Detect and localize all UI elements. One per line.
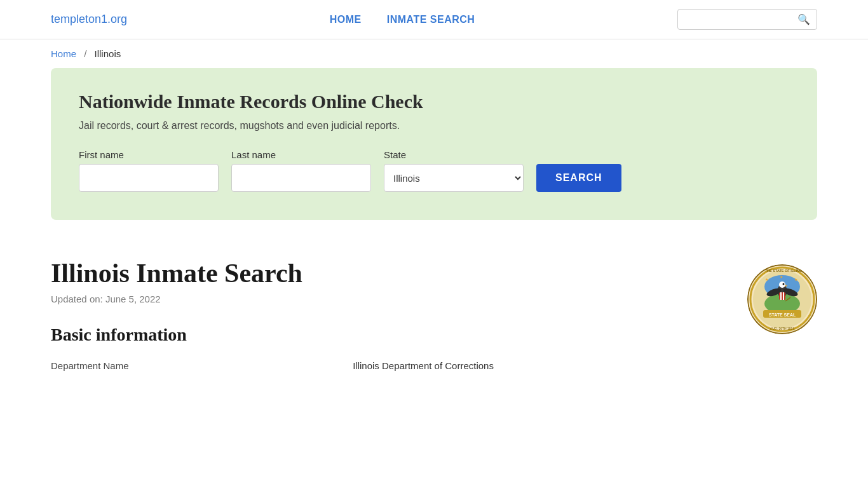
nav-search-bar: 🔍 bbox=[677, 9, 817, 30]
table-cell-label: Department Name bbox=[51, 355, 353, 376]
info-table: Department Name Illinois Department of C… bbox=[51, 355, 722, 376]
breadcrumb-current: Illinois bbox=[95, 48, 121, 59]
breadcrumb: Home / Illinois bbox=[0, 39, 868, 68]
svg-point-6 bbox=[779, 281, 785, 288]
first-name-label: First name bbox=[79, 149, 219, 160]
svg-point-7 bbox=[783, 283, 785, 285]
svg-text:★: ★ bbox=[765, 278, 768, 281]
first-name-group: First name bbox=[79, 149, 219, 192]
seal-svg: ★ ★ ★ STATE SEAL OF THE STATE OF ILLINOI… bbox=[747, 264, 817, 334]
state-seal: ★ ★ ★ STATE SEAL OF THE STATE OF ILLINOI… bbox=[747, 264, 817, 334]
content-text: Illinois Inmate Search Updated on: June … bbox=[51, 258, 722, 376]
last-name-label: Last name bbox=[231, 149, 371, 160]
search-card-subtitle: Jail records, court & arrest records, mu… bbox=[79, 120, 789, 132]
svg-rect-11 bbox=[779, 292, 785, 300]
brand-link[interactable]: templeton1.org bbox=[51, 13, 127, 26]
table-cell-value: Illinois Department of Corrections bbox=[353, 355, 722, 376]
nav-inmate-search[interactable]: INMATE SEARCH bbox=[387, 14, 475, 25]
nav-search-input[interactable] bbox=[684, 15, 797, 25]
breadcrumb-separator: / bbox=[84, 48, 86, 59]
svg-text:★: ★ bbox=[780, 275, 783, 279]
search-icon: 🔍 bbox=[797, 13, 810, 25]
breadcrumb-home[interactable]: Home bbox=[51, 48, 76, 59]
svg-text:AUG. 26TH 1818: AUG. 26TH 1818 bbox=[770, 327, 795, 330]
search-form: First name Last name State Illinois Alab… bbox=[79, 149, 789, 192]
last-name-group: Last name bbox=[231, 149, 371, 192]
svg-rect-13 bbox=[783, 292, 784, 300]
table-row: Department Name Illinois Department of C… bbox=[51, 355, 722, 376]
svg-rect-12 bbox=[780, 292, 782, 300]
state-group: State Illinois Alabama Alaska Arizona Ar… bbox=[384, 149, 524, 192]
first-name-input[interactable] bbox=[79, 164, 219, 192]
state-select[interactable]: Illinois Alabama Alaska Arizona Arkansas… bbox=[384, 164, 524, 192]
page-title: Illinois Inmate Search bbox=[51, 258, 722, 288]
updated-date: Updated on: June 5, 2022 bbox=[51, 294, 722, 304]
nav-links: HOME INMATE SEARCH bbox=[330, 14, 475, 25]
state-label: State bbox=[384, 149, 524, 160]
search-card: Nationwide Inmate Records Online Check J… bbox=[51, 68, 817, 220]
nav-home[interactable]: HOME bbox=[330, 14, 362, 25]
section-title: Basic information bbox=[51, 325, 722, 345]
last-name-input[interactable] bbox=[231, 164, 371, 192]
svg-text:★: ★ bbox=[794, 278, 797, 281]
search-button[interactable]: SEARCH bbox=[536, 164, 621, 192]
search-card-title: Nationwide Inmate Records Online Check bbox=[79, 91, 789, 112]
svg-text:OF THE STATE OF ILLINOIS: OF THE STATE OF ILLINOIS bbox=[759, 269, 806, 273]
navbar: templeton1.org HOME INMATE SEARCH 🔍 bbox=[0, 0, 868, 39]
main-content: Illinois Inmate Search Updated on: June … bbox=[0, 245, 868, 389]
svg-text:STATE SEAL: STATE SEAL bbox=[769, 313, 796, 317]
